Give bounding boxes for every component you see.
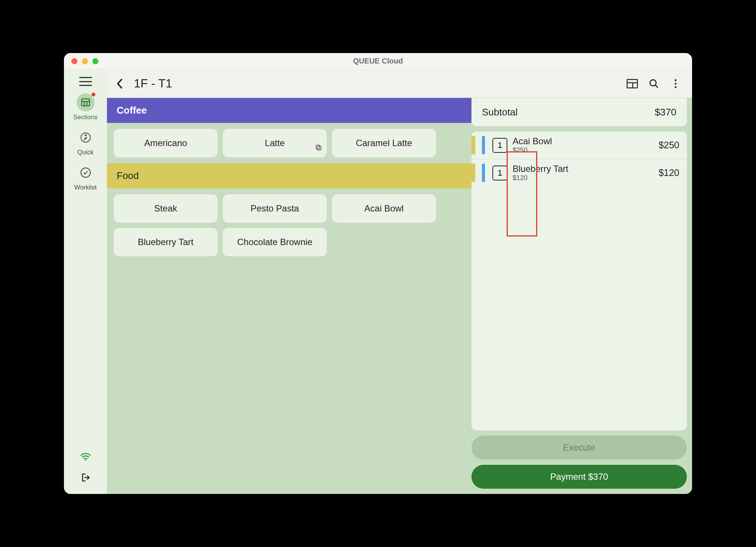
svg-point-15 [674, 86, 676, 88]
status-stripe [482, 136, 485, 154]
zoom-window-button[interactable] [92, 58, 98, 64]
svg-point-5 [85, 135, 86, 136]
notification-badge [91, 92, 96, 97]
hamburger-icon [79, 77, 92, 86]
menu-button[interactable] [73, 77, 99, 86]
svg-rect-16 [317, 146, 321, 150]
layout-button[interactable] [625, 76, 640, 91]
quick-icon [77, 129, 95, 146]
sidebar-item-worklist[interactable]: Worklist [73, 164, 99, 191]
more-button[interactable] [668, 76, 683, 91]
subtotal-label: Subtotal [482, 106, 517, 118]
logout-button[interactable] [80, 472, 91, 484]
sections-icon [77, 93, 95, 111]
menu-item-pesto-pasta[interactable]: Pesto Pasta [223, 194, 327, 223]
svg-point-14 [674, 83, 676, 84]
menu-item-chocolate-brownie[interactable]: Chocolate Brownie [223, 228, 327, 256]
order-item-price: $250 [658, 140, 679, 151]
order-line[interactable]: 1 Acai Bowl $250 $250 [471, 132, 687, 159]
sidebar-item-label: Quick [77, 149, 93, 156]
window-title: QUEUE Cloud [353, 57, 403, 65]
page-title: 1F - T1 [134, 77, 172, 90]
order-item-unit: $250 [513, 146, 653, 154]
svg-rect-0 [82, 99, 89, 106]
payment-button[interactable]: Payment $370 [471, 465, 687, 489]
menu-item-latte[interactable]: Latte [223, 129, 327, 157]
close-window-button[interactable] [71, 58, 77, 64]
order-item-unit: $120 [513, 174, 653, 182]
search-button[interactable] [646, 76, 661, 91]
order-line[interactable]: 1 Blueberry Tart $120 $120 [471, 159, 687, 186]
sidebar-item-quick[interactable]: Quick [73, 129, 99, 156]
svg-point-13 [674, 79, 676, 81]
svg-point-6 [81, 168, 90, 177]
topbar: 1F - T1 [107, 69, 692, 98]
status-stripe [482, 164, 485, 182]
menu-item-blueberry-tart[interactable]: Blueberry Tart [114, 228, 218, 256]
sidebar-item-label: Worklist [74, 184, 96, 191]
menu-item-steak[interactable]: Steak [114, 194, 218, 223]
order-panel: Subtotal $370 1 Acai Bowl $250 $2 [471, 98, 692, 494]
menu-item-acai-bowl[interactable]: Acai Bowl [332, 194, 436, 223]
app-window: QUEUE Cloud Sections Quick [64, 53, 692, 494]
execute-button[interactable]: Execute [471, 436, 687, 460]
copy-icon [315, 143, 322, 154]
window-controls [64, 58, 98, 64]
minimize-window-button[interactable] [82, 58, 88, 64]
category-stripe [471, 164, 475, 182]
order-item-price: $120 [658, 167, 679, 178]
sidebar-item-label: Sections [73, 114, 98, 121]
category-stripe [471, 136, 475, 154]
order-item-name: Acai Bowl [513, 136, 653, 146]
side-rail: Sections Quick Worklist [64, 69, 107, 494]
worklist-icon [77, 164, 95, 182]
menu-item-caramel-latte[interactable]: Caramel Latte [332, 129, 436, 157]
order-list: 1 Acai Bowl $250 $250 1 [471, 132, 687, 430]
menu-area: Coffee Americano Latte Caramel Latte Foo… [107, 98, 471, 494]
titlebar: QUEUE Cloud [64, 53, 692, 69]
svg-point-7 [85, 460, 86, 461]
sidebar-item-sections[interactable]: Sections [73, 93, 99, 121]
svg-line-12 [655, 85, 658, 87]
order-item-name: Blueberry Tart [513, 164, 653, 174]
subtotal-bar: Subtotal $370 [471, 98, 687, 126]
svg-rect-17 [316, 145, 320, 149]
back-button[interactable] [112, 76, 127, 91]
subtotal-value: $370 [655, 106, 676, 118]
section-header-coffee[interactable]: Coffee [107, 98, 471, 123]
qty-box[interactable]: 1 [492, 138, 507, 153]
menu-item-americano[interactable]: Americano [114, 129, 218, 157]
section-header-food[interactable]: Food [107, 163, 471, 188]
qty-box[interactable]: 1 [492, 166, 507, 180]
wifi-icon [80, 452, 91, 463]
svg-point-11 [650, 80, 656, 86]
